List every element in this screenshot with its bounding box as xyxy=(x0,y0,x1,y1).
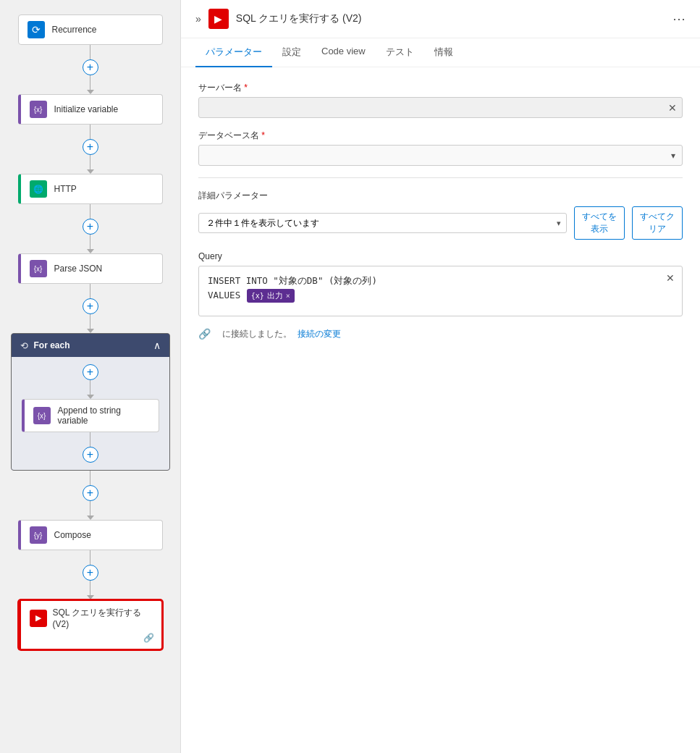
line-3b xyxy=(90,235,91,249)
clear-all-btn[interactable]: すべてクリア xyxy=(632,206,683,240)
node-init-variable[interactable]: {x} Initialize variable xyxy=(18,94,163,125)
node-sql-query-label: SQL クエリを実行する(V2) xyxy=(53,607,142,629)
tab-params[interactable]: パラメーター xyxy=(195,38,272,67)
add-step-1[interactable]: + xyxy=(83,59,98,75)
node-parse-json[interactable]: {x} Parse JSON xyxy=(18,253,163,284)
tab-test[interactable]: テスト xyxy=(376,38,424,67)
server-name-label: サーバー名 * xyxy=(198,82,683,94)
panel-title: SQL クエリを実行する (V2) xyxy=(236,12,665,25)
server-name-clear-btn[interactable]: ✕ xyxy=(668,102,677,114)
database-name-label: データベース名 * xyxy=(198,130,683,142)
advanced-params-select[interactable]: ２件中１件を表示しています xyxy=(198,213,567,233)
for-each-body: + {x} Append to string variable + xyxy=(12,357,169,470)
connector-4: + xyxy=(83,284,98,333)
query-values-prefix: VALUES xyxy=(208,290,240,300)
connection-connected-label: に接続しました。 xyxy=(222,328,292,340)
query-label: Query xyxy=(198,251,683,261)
panel-menu-icon[interactable]: ⋯ xyxy=(672,11,686,27)
node-append-string-label: Append to string variable xyxy=(58,405,150,426)
node-sql-query[interactable]: ▶ SQL クエリを実行する(V2) 🔗 xyxy=(18,600,163,650)
line-6 xyxy=(90,550,91,565)
tab-info[interactable]: 情報 xyxy=(424,38,463,67)
add-step-fe-2[interactable]: + xyxy=(83,447,98,463)
advanced-params-label: 詳細パラメーター xyxy=(198,190,683,202)
for-each-left: ⟲ For each xyxy=(20,340,70,351)
line-3 xyxy=(90,204,91,219)
node-compose-label: Compose xyxy=(54,530,91,540)
query-text: INSERT INTO "対象のDB" (対象の列) VALUES {x} 出力… xyxy=(208,274,673,303)
connection-row: 🔗 に接続しました。 接続の変更 xyxy=(198,328,683,340)
expand-icon[interactable]: » xyxy=(195,13,201,25)
for-each-collapse-icon[interactable]: ∧ xyxy=(153,340,161,351)
connector-3: + xyxy=(83,204,98,253)
line-1 xyxy=(90,45,91,59)
database-name-group: データベース名 * ▾ xyxy=(198,130,683,166)
line-5b xyxy=(90,501,91,516)
advanced-params-row: ２件中１件を表示しています ▾ すべてを表示 すべてクリア xyxy=(198,206,683,240)
server-name-input[interactable] xyxy=(198,97,683,118)
advanced-params-group: 詳細パラメーター ２件中１件を表示しています ▾ すべてを表示 すべてクリア xyxy=(198,190,683,240)
for-each-title: For each xyxy=(34,340,70,350)
tag-label: 出力 xyxy=(267,290,283,303)
action-icon: ▶ xyxy=(208,9,229,29)
connector-6: + xyxy=(83,550,98,600)
connector-1: + xyxy=(83,45,98,94)
change-connection-link[interactable]: 接続の変更 xyxy=(298,328,341,340)
node-recurrence-label: Recurrence xyxy=(52,25,97,35)
query-clear-btn[interactable]: ✕ xyxy=(666,272,675,284)
connection-link-icon: 🔗 xyxy=(198,328,211,340)
query-group: Query INSERT INTO "対象のDB" (対象の列) VALUES … xyxy=(198,251,683,316)
node-http-label: HTTP xyxy=(54,184,77,194)
right-panel: » ▶ SQL クエリを実行する (V2) ⋯ パラメーター 設定 Code v… xyxy=(181,0,700,753)
line-1b xyxy=(90,75,91,90)
line-6b xyxy=(90,581,91,595)
connector-fe-1: + xyxy=(83,364,98,399)
required-star-db: * xyxy=(261,130,265,140)
node-append-string[interactable]: {x} Append to string variable xyxy=(22,399,159,432)
append-string-icon: {x} xyxy=(33,407,51,424)
query-tag-output[interactable]: {x} 出力 × xyxy=(247,289,295,303)
node-parse-json-label: Parse JSON xyxy=(54,264,103,274)
tabs-bar: パラメーター 設定 Code view テスト 情報 xyxy=(181,38,700,67)
tab-settings[interactable]: 設定 xyxy=(272,38,311,67)
node-compose[interactable]: {y} Compose xyxy=(18,520,163,550)
form-divider-1 xyxy=(198,177,683,178)
parse-json-icon: {x} xyxy=(30,260,47,277)
line-4 xyxy=(90,284,91,298)
recurrence-icon: ⟳ xyxy=(28,21,45,38)
add-step-2[interactable]: + xyxy=(83,139,98,155)
for-each-header[interactable]: ⟲ For each ∧ xyxy=(12,334,169,357)
line-fe-1 xyxy=(90,380,91,395)
query-line-2: VALUES {x} 出力 × xyxy=(208,288,673,303)
query-box[interactable]: INSERT INTO "対象のDB" (対象の列) VALUES {x} 出力… xyxy=(198,266,683,316)
workflow-canvas: ⟳ Recurrence + {x} Initialize variable +… xyxy=(0,0,181,753)
line-2b xyxy=(90,155,91,169)
line-4b xyxy=(90,314,91,329)
line-2 xyxy=(90,125,91,139)
add-step-4[interactable]: + xyxy=(83,298,98,314)
http-icon: 🌐 xyxy=(30,180,47,198)
add-step-3[interactable]: + xyxy=(83,219,98,235)
server-name-group: サーバー名 * ✕ xyxy=(198,82,683,118)
server-name-input-wrapper: ✕ xyxy=(198,97,683,118)
panel-content: サーバー名 * ✕ データベース名 * ▾ 詳細パラメ xyxy=(181,67,700,753)
init-variable-icon: {x} xyxy=(30,101,47,118)
add-step-fe-1[interactable]: + xyxy=(83,364,98,380)
node-http[interactable]: 🌐 HTTP xyxy=(18,174,163,204)
tab-codeview[interactable]: Code view xyxy=(311,38,376,67)
add-step-5[interactable]: + xyxy=(83,485,98,501)
advanced-params-dropdown-wrapper: ２件中１件を表示しています ▾ xyxy=(198,213,567,233)
sql-query-link-icon: 🔗 xyxy=(143,633,154,643)
sql-query-icon: ▶ xyxy=(30,610,47,627)
node-recurrence[interactable]: ⟳ Recurrence xyxy=(18,14,163,45)
database-name-select[interactable] xyxy=(198,145,683,166)
for-each-loop-icon: ⟲ xyxy=(20,340,28,351)
node-init-variable-label: Initialize variable xyxy=(54,104,119,114)
add-step-6[interactable]: + xyxy=(83,565,98,581)
line-fe-2 xyxy=(90,432,91,447)
sql-action-icon: ▶ xyxy=(214,13,222,25)
connector-5: + xyxy=(83,471,98,520)
show-all-btn[interactable]: すべてを表示 xyxy=(574,206,625,240)
tag-icon: {x} xyxy=(251,290,264,302)
tag-close-icon[interactable]: × xyxy=(286,290,290,302)
